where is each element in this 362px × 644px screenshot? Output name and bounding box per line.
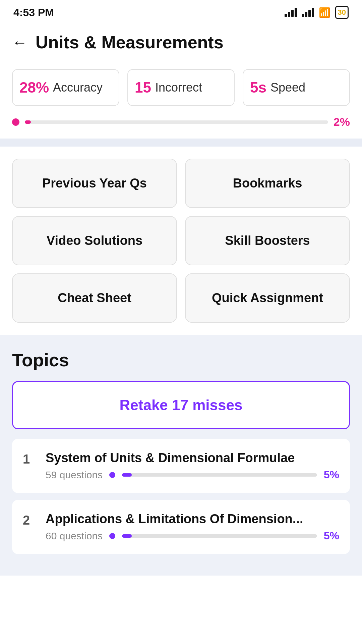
topic-name-1: System of Units & Dimensional Formulae [46,451,339,465]
progress-track [25,120,328,124]
topic-progress-fill-1 [122,473,132,477]
topic-num-1: 1 [23,452,38,467]
action-section: Previous Year Qs Bookmarks Video Solutio… [0,147,362,323]
signal-bars-1 [285,8,297,17]
retake-button[interactable]: Retake 17 misses [12,381,350,429]
back-button[interactable]: ← [12,35,27,50]
status-time: 4:53 PM [13,6,54,19]
divider-band [0,139,362,147]
cheat-sheet-button[interactable]: Cheat Sheet [12,273,177,323]
signal-bars-2 [302,8,314,17]
topic-info-1: System of Units & Dimensional Formulae 5… [46,451,339,481]
quick-assignment-button[interactable]: Quick Assignment [185,273,350,323]
topic-progress-dot-2 [109,533,115,539]
stats-row: 28% Accuracy 15 Incorrect 5s Speed [12,69,350,106]
accuracy-label: Accuracy [53,80,103,95]
speed-label: Speed [270,80,305,95]
topic-questions-2: 60 questions [46,530,103,542]
topics-section: Topics Retake 17 misses 1 System of Unit… [0,335,362,576]
topic-pct-2: 5% [324,530,339,542]
topic-meta-2: 60 questions 5% [46,530,339,542]
topics-heading: Topics [12,350,350,370]
topic-name-2: Applications & Limitations Of Dimension.… [46,512,339,526]
action-grid: Previous Year Qs Bookmarks Video Solutio… [12,159,350,323]
topic-progress-fill-2 [122,534,132,538]
topic-progress-dot-1 [109,472,115,478]
page-title: Units & Measurements [36,32,224,52]
topic-progress-track-2 [122,534,317,538]
topic-meta-1: 59 questions 5% [46,469,339,481]
speed-value: 5s [250,79,266,96]
stats-section: 28% Accuracy 15 Incorrect 5s Speed [0,59,362,106]
topic-row-2: 2 Applications & Limitations Of Dimensio… [23,512,339,542]
previous-year-qs-button[interactable]: Previous Year Qs [12,159,177,208]
incorrect-label: Incorrect [155,80,202,95]
topic-card-2[interactable]: 2 Applications & Limitations Of Dimensio… [12,500,350,554]
topic-num-2: 2 [23,513,38,528]
progress-percent: 2% [334,115,350,128]
status-bar: 4:53 PM 📶 30 [0,0,362,22]
wifi-icon: 📶 [319,7,330,18]
video-solutions-button[interactable]: Video Solutions [12,216,177,265]
progress-dot [12,118,19,126]
topic-progress-track-1 [122,473,317,477]
progress-section: 2% [0,115,362,139]
bookmarks-button[interactable]: Bookmarks [185,159,350,208]
status-icons: 📶 30 [285,6,349,19]
header: ← Units & Measurements [0,22,362,59]
accuracy-value: 28% [19,79,49,96]
battery-indicator: 30 [335,6,349,19]
incorrect-value: 15 [135,79,151,96]
skill-boosters-button[interactable]: Skill Boosters [185,216,350,265]
topic-pct-1: 5% [324,469,339,481]
accuracy-card: 28% Accuracy [12,69,119,106]
topic-row-1: 1 System of Units & Dimensional Formulae… [23,451,339,481]
incorrect-card: 15 Incorrect [127,69,235,106]
speed-card: 5s Speed [243,69,350,106]
topic-card-1[interactable]: 1 System of Units & Dimensional Formulae… [12,439,350,493]
topic-info-2: Applications & Limitations Of Dimension.… [46,512,339,542]
topic-questions-1: 59 questions [46,469,103,481]
progress-fill [25,120,31,124]
